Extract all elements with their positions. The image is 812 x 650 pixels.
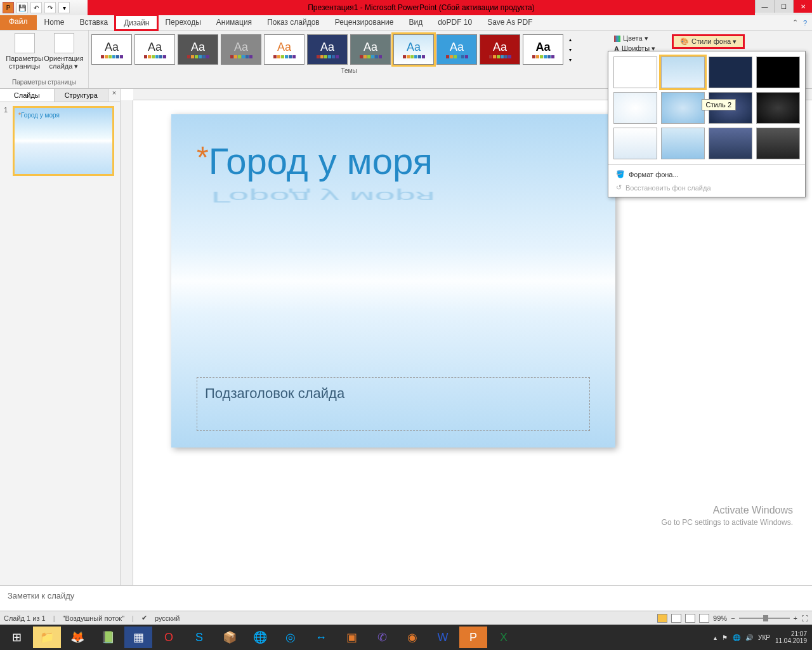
tab-saveaspdf[interactable]: Save As PDF — [480, 15, 540, 30]
slide-title[interactable]: *Город у моря — [197, 140, 590, 182]
theme-gallery[interactable]: Aa Aa Aa Aa Aa Aa Aa Aa Aa Aa Aa ▴ ▾ ▾ — [89, 30, 609, 69]
gallery-more-icon[interactable]: ▾ — [566, 57, 575, 63]
undo-icon[interactable]: ↶ — [30, 2, 42, 13]
gallery-scroll-down-icon[interactable]: ▾ — [566, 47, 575, 53]
teamviewer-icon[interactable]: ↔ — [307, 627, 335, 648]
action-center-icon[interactable]: ⚑ — [722, 634, 728, 641]
theme-thumb[interactable]: Aa — [480, 34, 520, 65]
slide-thumbnail[interactable]: 1 *Город у моря — [4, 106, 116, 176]
app-icon[interactable]: ◉ — [398, 627, 426, 648]
bg-style-6[interactable] — [661, 92, 705, 124]
bg-style-3[interactable] — [709, 56, 752, 88]
fit-window-icon[interactable]: ⛶ — [801, 614, 808, 622]
page-setup-button[interactable]: Параметры страницы — [6, 33, 44, 70]
tab-animation[interactable]: Анимация — [209, 15, 259, 30]
clock[interactable]: 21:07 11.04.2019 — [775, 630, 807, 644]
theme-thumb[interactable]: Aa — [264, 34, 304, 65]
bg-style-12[interactable] — [756, 128, 800, 159]
zoom-slider[interactable] — [739, 618, 790, 619]
app-icon[interactable]: ◎ — [277, 627, 304, 648]
theme-name: "Воздушный поток" — [63, 614, 125, 622]
slide-panel: Слайды Структура × 1 *Город у моря — [0, 89, 121, 585]
sorter-view-icon[interactable] — [671, 614, 681, 623]
subtitle-placeholder[interactable]: Подзаголовок слайда — [197, 377, 590, 431]
word-icon[interactable]: W — [429, 627, 457, 648]
tab-slideshow[interactable]: Показ слайдов — [259, 15, 327, 30]
format-background-menu[interactable]: 🪣 Формат фона... — [608, 168, 805, 181]
qat-dropdown-icon[interactable]: ▾ — [58, 2, 70, 13]
app-icon[interactable]: 📗 — [94, 627, 122, 648]
zoom-in-icon[interactable]: + — [794, 614, 797, 622]
tray-up-icon[interactable]: ▴ — [714, 634, 717, 641]
language-indicator[interactable]: русский — [155, 614, 180, 622]
slideshow-view-icon[interactable] — [699, 614, 709, 623]
theme-thumb[interactable]: Aa — [134, 34, 175, 65]
reading-view-icon[interactable] — [685, 614, 695, 623]
close-button[interactable]: ✕ — [793, 0, 812, 13]
theme-thumb[interactable]: Aa — [436, 34, 477, 65]
help-icon[interactable]: ? — [803, 19, 807, 27]
bg-style-10[interactable] — [661, 128, 705, 159]
viber-icon[interactable]: ✆ — [368, 627, 396, 648]
chrome-icon[interactable]: 🌐 — [246, 627, 274, 648]
opera-icon[interactable]: O — [155, 627, 183, 648]
restore-bg-icon: ↺ — [616, 183, 622, 192]
notes-pane[interactable]: Заметки к слайду — [0, 585, 812, 611]
bg-style-8[interactable] — [756, 92, 800, 124]
firefox-icon[interactable]: 🦊 — [63, 627, 91, 648]
tab-design[interactable]: Дизайн — [115, 15, 157, 30]
explorer-icon[interactable]: 📁 — [33, 627, 61, 648]
tab-review[interactable]: Рецензирование — [327, 15, 402, 30]
redo-icon[interactable]: ↷ — [44, 2, 56, 13]
slide[interactable]: *Город у моря *Город у моря Подзаголовок… — [171, 114, 615, 448]
thumb-number: 1 — [4, 106, 10, 176]
bg-style-2[interactable] — [661, 56, 705, 88]
format-bg-icon: 🪣 — [616, 170, 625, 178]
theme-thumb[interactable]: Aa — [523, 34, 563, 65]
start-button[interactable]: ⊞ — [3, 627, 30, 648]
spellcheck-icon[interactable]: ✔ — [141, 614, 147, 622]
tab-dopdf[interactable]: doPDF 10 — [430, 15, 480, 30]
theme-thumb[interactable]: Aa — [393, 34, 434, 65]
theme-thumb[interactable]: Aa — [221, 34, 261, 65]
theme-thumb[interactable]: Aa — [307, 34, 348, 65]
tab-outline[interactable]: Структура — [55, 89, 109, 102]
bg-style-11[interactable] — [709, 128, 752, 159]
tab-home[interactable]: Home — [37, 15, 72, 30]
tab-transitions[interactable]: Переходы — [157, 15, 208, 30]
colors-button[interactable]: Цвета ▾ — [614, 34, 662, 43]
background-styles-button[interactable]: 🎨 Стили фона ▾ — [672, 34, 745, 49]
app-icon[interactable]: ▣ — [337, 627, 365, 648]
network-icon[interactable]: 🌐 — [733, 634, 740, 641]
zoom-out-icon[interactable]: − — [731, 614, 735, 622]
bg-style-4[interactable] — [756, 56, 800, 88]
powerpoint-taskbar-icon[interactable]: P — [459, 627, 487, 648]
gallery-scroll-up-icon[interactable]: ▴ — [566, 37, 575, 43]
save-icon[interactable]: 💾 — [16, 2, 28, 13]
orientation-button[interactable]: Ориентация слайда ▾ — [45, 33, 83, 70]
normal-view-icon[interactable] — [657, 614, 667, 623]
close-panel-icon[interactable]: × — [108, 89, 120, 102]
tab-insert[interactable]: Вставка — [72, 15, 116, 30]
theme-thumb[interactable]: Aa — [91, 34, 132, 65]
ribbon-tabs: Файл Home Вставка Дизайн Переходы Анимац… — [0, 15, 812, 30]
group-label-page: Параметры страницы — [12, 79, 76, 86]
bg-style-9[interactable] — [613, 128, 657, 159]
tab-view[interactable]: Вид — [401, 15, 430, 30]
file-tab[interactable]: Файл — [0, 15, 37, 30]
maximize-button[interactable]: ☐ — [774, 0, 793, 13]
excel-icon[interactable]: X — [490, 627, 518, 648]
minimize-button[interactable]: — — [755, 0, 774, 13]
bg-styles-icon: 🎨 — [680, 37, 689, 46]
bg-style-1[interactable] — [613, 56, 657, 88]
tray-language[interactable]: УКР — [758, 634, 770, 641]
volume-icon[interactable]: 🔊 — [745, 634, 753, 641]
tab-slides[interactable]: Слайды — [0, 89, 55, 102]
skype-icon[interactable]: S — [185, 627, 213, 648]
theme-thumb[interactable]: Aa — [350, 34, 391, 65]
bg-style-5[interactable] — [613, 92, 657, 124]
theme-thumb[interactable]: Aa — [178, 34, 218, 65]
app-icon[interactable]: ▦ — [124, 627, 152, 648]
ribbon-collapse-icon[interactable]: ⌃ — [792, 18, 798, 27]
virtualbox-icon[interactable]: 📦 — [216, 627, 244, 648]
